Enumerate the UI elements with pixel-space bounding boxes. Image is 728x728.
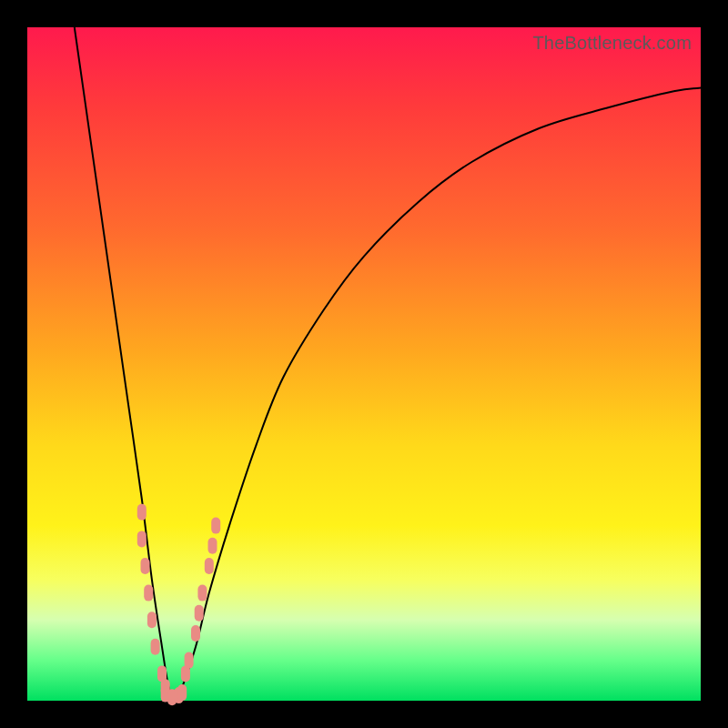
marker-dot: [151, 639, 160, 655]
markers-group: [137, 504, 220, 706]
marker-dot: [205, 558, 214, 574]
chart-svg: [27, 27, 701, 701]
marker-dot: [137, 531, 147, 547]
marker-dot: [177, 684, 187, 701]
marker-dot: [141, 558, 150, 574]
marker-dot: [197, 585, 207, 602]
marker-dot: [195, 605, 204, 622]
marker-dot: [185, 652, 194, 669]
plot-area: TheBottleneck.com: [27, 27, 701, 701]
marker-dot: [191, 625, 200, 642]
marker-dot: [211, 518, 220, 534]
bottleneck-curve-path: [75, 27, 701, 701]
chart-frame: TheBottleneck.com: [0, 0, 728, 728]
marker-dot: [208, 538, 217, 554]
marker-dot: [147, 612, 157, 628]
marker-dot: [144, 585, 153, 602]
marker-dot: [137, 504, 147, 521]
